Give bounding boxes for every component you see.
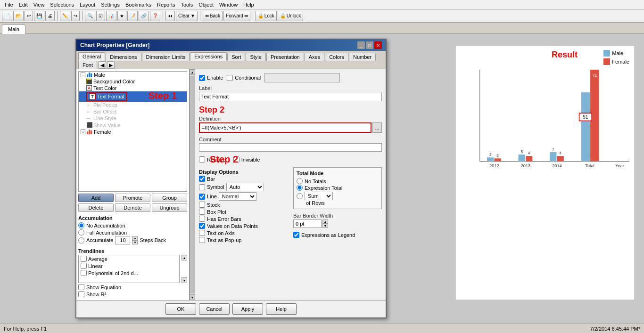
tab-style[interactable]: Style: [246, 53, 265, 61]
box-plot-cb[interactable]: [199, 209, 205, 215]
male-expander[interactable]: −: [81, 73, 85, 77]
show-r2-cb[interactable]: [78, 291, 84, 297]
toolbar-print[interactable]: 🖨: [45, 11, 55, 21]
avg-cb[interactable]: [81, 256, 87, 262]
full-accumulation-radio[interactable]: [78, 229, 84, 236]
toolbar-unlock[interactable]: 🔓 Unlock: [278, 11, 304, 21]
line-cb[interactable]: [199, 194, 205, 200]
trendline-linear[interactable]: Linear: [79, 262, 179, 269]
tree-item-line-style[interactable]: ─ Line Style: [79, 115, 187, 122]
menu-help[interactable]: Help: [240, 1, 257, 8]
toolbar-check[interactable]: ☑: [96, 11, 105, 21]
bbw-up[interactable]: ▲: [322, 219, 328, 224]
group-btn[interactable]: Group: [152, 194, 187, 202]
tab-scroll-left[interactable]: ◀: [99, 61, 106, 69]
expr-legend-cb[interactable]: [293, 232, 299, 238]
tree-item-text-color[interactable]: A Text Color: [79, 85, 187, 91]
dialog-maximize[interactable]: □: [366, 41, 373, 49]
tree-item-bg-color[interactable]: ⬛ Background Color: [79, 78, 187, 85]
toolbar-link[interactable]: 🔗: [139, 11, 149, 21]
toolbar-edit[interactable]: ✏️: [60, 11, 70, 21]
add-btn[interactable]: Add: [78, 194, 114, 202]
tab-dimension-limits[interactable]: Dimension Limits: [142, 53, 190, 61]
toolbar-skip-start[interactable]: ⏮: [165, 11, 175, 21]
expression-total-radio[interactable]: [297, 185, 303, 191]
toolbar-new[interactable]: 📄: [2, 11, 12, 21]
bar-cb[interactable]: [199, 176, 205, 182]
menu-reports[interactable]: Reports: [154, 1, 178, 8]
delete-btn[interactable]: Delete: [78, 203, 114, 212]
tab-dimensions[interactable]: Dimensions: [106, 53, 141, 61]
scroll-up[interactable]: ▲: [190, 69, 195, 75]
menu-file[interactable]: File: [2, 1, 16, 8]
dialog-minimize[interactable]: _: [357, 41, 365, 49]
dialog-close-btn[interactable]: ✕: [374, 41, 382, 49]
comment-input[interactable]: [199, 143, 382, 152]
label-input[interactable]: [199, 92, 382, 101]
enable-checkbox[interactable]: [199, 75, 205, 81]
steps-up[interactable]: ▲: [132, 236, 138, 240]
menu-tools[interactable]: Tools: [178, 1, 196, 8]
tree-item-male[interactable]: − Male: [79, 72, 187, 78]
toolbar-save[interactable]: 💾: [34, 11, 44, 21]
tab-axes[interactable]: Axes: [305, 53, 324, 61]
tab-font[interactable]: Font: [78, 61, 97, 69]
tab-sort[interactable]: Sort: [227, 53, 245, 61]
menu-edit[interactable]: Edit: [16, 1, 31, 8]
female-expander[interactable]: +: [81, 130, 85, 134]
menu-object[interactable]: Object: [196, 1, 216, 8]
scroll-down[interactable]: ▼: [190, 294, 195, 300]
tab-expressions[interactable]: Expressions: [190, 52, 227, 61]
tab-general[interactable]: General: [78, 52, 105, 61]
definition-input[interactable]: [199, 122, 372, 133]
linear-cb[interactable]: [81, 263, 87, 269]
toolbar-chart[interactable]: 📊: [106, 11, 116, 21]
tab-scroll-right[interactable]: ▶: [107, 61, 115, 69]
tab-number[interactable]: Number: [349, 53, 376, 61]
tree-item-show-value[interactable]: ⬛ Show Value: [79, 122, 187, 129]
help-btn[interactable]: Help: [266, 303, 297, 315]
tree-item-female[interactable]: + Female: [79, 129, 187, 135]
sum-select[interactable]: Sum: [305, 192, 333, 200]
menu-layout[interactable]: Layout: [77, 1, 98, 8]
tree-item-pie-popup[interactable]: ○ Pie Popup: [79, 102, 187, 108]
toolbar-redo[interactable]: ↪: [71, 11, 80, 21]
toolbar-back[interactable]: ⬅ Back: [203, 11, 223, 21]
text-popup-cb[interactable]: [199, 237, 205, 243]
tab-main[interactable]: Main: [2, 24, 25, 34]
error-bars-cb[interactable]: [199, 216, 205, 222]
toolbar-bookmark[interactable]: ★: [117, 11, 126, 21]
toolbar-undo[interactable]: ↩: [25, 11, 33, 21]
bar-border-input[interactable]: [293, 219, 322, 228]
tab-colors[interactable]: Colors: [325, 53, 348, 61]
line-select[interactable]: Normal: [219, 192, 256, 201]
ok-btn[interactable]: OK: [165, 303, 196, 315]
definition-browse-btn[interactable]: ...: [372, 122, 382, 133]
sum-radio[interactable]: [297, 193, 303, 199]
steps-input[interactable]: [115, 236, 130, 244]
poly-cb[interactable]: [81, 270, 87, 276]
invisible-cb[interactable]: [233, 156, 239, 162]
toolbar-edit2[interactable]: 📝: [127, 11, 138, 21]
conditional-input[interactable]: [264, 73, 340, 82]
tree-item-text-format[interactable]: T Text Format: [79, 91, 187, 102]
bbw-down[interactable]: ▼: [322, 224, 328, 228]
menu-window[interactable]: Window: [216, 1, 240, 8]
trendline-poly[interactable]: Polynomial of 2nd d...: [79, 269, 179, 276]
tab-presentation[interactable]: Presentation: [266, 53, 304, 61]
toolbar-search[interactable]: 🔍: [85, 11, 95, 21]
trendline-average[interactable]: Average: [79, 255, 179, 262]
show-equation-cb[interactable]: [78, 284, 84, 290]
accumulate-radio[interactable]: [78, 237, 84, 244]
apply-btn[interactable]: Apply: [232, 303, 263, 315]
stock-cb[interactable]: [199, 202, 205, 208]
trendlines-up[interactable]: ▲: [182, 255, 187, 260]
steps-down[interactable]: ▼: [132, 240, 138, 244]
menu-view[interactable]: View: [31, 1, 48, 8]
symbol-select[interactable]: Auto: [226, 183, 264, 191]
ungroup-btn[interactable]: Ungroup: [152, 203, 187, 212]
no-accumulation-radio[interactable]: [78, 222, 84, 228]
tree-item-bar-offset[interactable]: ≡ Bar Offset: [79, 108, 187, 115]
relative-cb[interactable]: [199, 156, 205, 162]
demote-btn[interactable]: Demote: [115, 203, 150, 212]
